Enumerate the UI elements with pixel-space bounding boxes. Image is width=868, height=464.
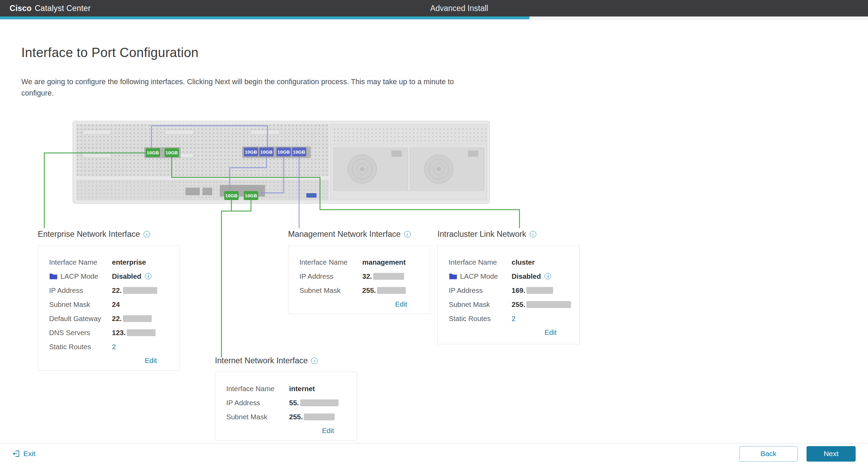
port-badge-10gb: 10GB	[146, 148, 160, 157]
field-value: 255.	[362, 286, 406, 295]
redacted-value	[304, 413, 335, 420]
redacted-value	[377, 287, 406, 294]
server-rear-illustration	[72, 116, 490, 208]
redacted-value	[123, 287, 157, 294]
field-value-text: 169.	[512, 286, 525, 295]
wizard-progress-track	[0, 16, 868, 20]
internet-card-title: Internet Network Interface i	[215, 356, 357, 365]
exit-button[interactable]: Exit	[12, 450, 35, 458]
next-button[interactable]: Next	[807, 446, 856, 462]
field-label-text: LACP Mode	[60, 272, 98, 280]
field-row: Subnet Mask 24	[49, 297, 169, 311]
field-row: IP Address 55.	[226, 396, 346, 410]
top-header-bar: CiscoCatalyst Center Advanced Install	[0, 0, 868, 16]
field-label: Static Routes	[49, 343, 112, 351]
field-label: Default Gateway	[49, 314, 112, 323]
enterprise-card-title: Enterprise Network Interface i	[38, 230, 180, 239]
field-row: Interface Name enterprise	[49, 255, 169, 269]
field-value: Disabled i	[112, 272, 151, 280]
field-value-text: 123.	[112, 329, 126, 337]
field-value-text: 22.	[112, 286, 122, 295]
field-label: Static Routes	[449, 314, 512, 323]
field-value: 22.	[112, 286, 157, 295]
static-routes-link[interactable]: 2	[512, 314, 515, 323]
redacted-value	[526, 287, 553, 294]
management-card-body: Interface Name management IP Address 32.…	[288, 245, 430, 314]
field-value-text: Disabled	[512, 272, 541, 280]
field-value-text: 255.	[289, 413, 303, 421]
brand-cisco: Cisco	[10, 4, 32, 13]
field-value-text: Disabled	[112, 272, 141, 280]
edit-row: Edit	[449, 328, 568, 336]
card-title-text: Intracluster Link Network	[437, 230, 526, 239]
field-value-text: 55.	[289, 399, 299, 407]
static-routes-link[interactable]: 2	[112, 343, 116, 351]
info-icon[interactable]: i	[530, 231, 536, 237]
edit-row: Edit	[49, 356, 169, 365]
edit-row: Edit	[226, 427, 346, 435]
management-card-title: Management Network Interface i	[288, 230, 430, 239]
field-label: Subnet Mask	[49, 300, 112, 309]
field-value: 2	[112, 343, 116, 351]
field-row: LACP Mode Disabled i	[449, 269, 568, 283]
field-label: Interface Name	[226, 385, 289, 393]
field-row: Subnet Mask 255.	[449, 297, 568, 311]
field-row: Static Routes 2	[49, 340, 169, 354]
lacp-bond-icon	[49, 273, 58, 280]
field-row: LACP Mode Disabled i	[49, 269, 169, 283]
page-description: We are going to configure the following …	[21, 76, 475, 99]
field-label: Interface Name	[49, 258, 112, 266]
field-value: 255.	[289, 413, 335, 421]
field-value-text: 32.	[362, 272, 372, 280]
brand-logo: CiscoCatalyst Center	[10, 4, 91, 13]
field-row: IP Address 32.	[299, 269, 419, 283]
field-row: IP Address 169.	[449, 283, 568, 297]
field-row: DNS Servers 123.	[49, 325, 169, 340]
field-row: Default Gateway 22.	[49, 311, 169, 325]
field-label-text: LACP Mode	[460, 272, 498, 280]
info-icon[interactable]: i	[311, 357, 318, 364]
edit-link[interactable]: Edit	[545, 328, 557, 336]
field-row: Subnet Mask 255.	[299, 283, 419, 297]
field-row: Static Routes 2	[449, 311, 568, 325]
field-label: DNS Servers	[49, 329, 112, 337]
port-badge-10gb: 10GB	[224, 191, 239, 200]
card-intracluster: Intracluster Link Network i Interface Na…	[437, 230, 580, 344]
port-badge-10gb: 10GB	[292, 147, 306, 156]
field-value-text: 255.	[512, 300, 525, 309]
card-internet: Internet Network Interface i Interface N…	[215, 356, 357, 441]
progress-fill	[0, 16, 529, 19]
field-label: Subnet Mask	[299, 286, 362, 295]
field-value: enterprise	[112, 258, 146, 266]
field-row: Interface Name management	[299, 255, 419, 269]
field-label: LACP Mode	[449, 272, 512, 280]
card-enterprise: Enterprise Network Interface i Interface…	[38, 230, 180, 371]
intracluster-card-title: Intracluster Link Network i	[437, 230, 580, 239]
field-value: internet	[289, 385, 315, 393]
info-icon[interactable]: i	[144, 231, 150, 237]
field-value-text: 255.	[362, 286, 376, 295]
field-value: 169.	[512, 286, 553, 295]
redacted-value	[127, 329, 156, 336]
exit-icon	[12, 450, 20, 457]
field-value: cluster	[512, 258, 535, 266]
edit-link[interactable]: Edit	[395, 300, 407, 308]
field-value: 123.	[112, 329, 156, 337]
field-label: IP Address	[299, 272, 362, 280]
redacted-value	[300, 399, 339, 406]
info-icon[interactable]: i	[145, 273, 151, 279]
edit-link[interactable]: Edit	[322, 427, 334, 435]
port-badge-10gb: 10GB	[244, 147, 258, 156]
edit-link[interactable]: Edit	[145, 356, 157, 365]
field-value: 255.	[512, 300, 571, 309]
info-icon[interactable]: i	[404, 231, 411, 237]
internet-card-body: Interface Name internet IP Address 55. S…	[215, 372, 357, 441]
port-badge-10gb: 10GB	[276, 147, 291, 156]
server-chassis-graphic	[72, 116, 490, 208]
info-icon[interactable]: i	[545, 273, 551, 279]
intracluster-card-body: Interface Name cluster LACP Mode Disable…	[437, 245, 580, 344]
back-button[interactable]: Back	[739, 446, 798, 462]
field-value: 2	[512, 314, 515, 323]
field-label: IP Address	[49, 286, 112, 295]
field-label: Interface Name	[449, 258, 512, 266]
